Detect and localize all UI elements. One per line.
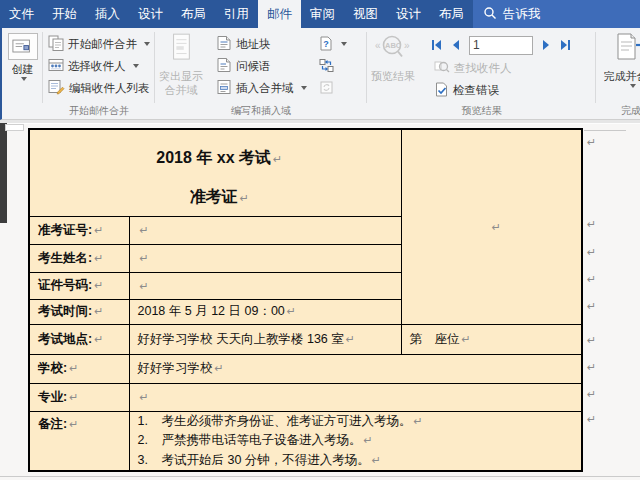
label-cell-id-number[interactable]: 证件号码:↵ [29,272,129,299]
chevron-down-icon [630,84,636,88]
label-cell-school[interactable]: 学校:↵ [29,354,129,383]
paragraph-mark-icon: ↵ [364,434,373,447]
paragraph-mark-icon: ↵ [587,246,596,259]
highlight-merge-fields-label2: 合并域 [165,84,198,98]
tab-file[interactable]: 文件 [0,0,43,28]
tab-layout[interactable]: 布局 [172,0,215,28]
doc-title-line2: 准考证↵ [38,187,401,208]
table-title-cell[interactable]: 2018 年 xx 考试↵ 准考证↵ [29,129,401,216]
label-cell-remarks[interactable]: 备注:↵ [29,411,129,471]
paragraph-mark-icon: ↵ [94,224,103,237]
next-record-icon[interactable] [540,39,552,51]
remarks-cell[interactable]: 1.考生必须带齐身份证、准考证方可进入考场。↵ 2.严禁携带电话等电子设备进入考… [129,411,582,471]
start-mail-merge-button[interactable]: 开始邮件合并 [45,33,153,55]
chevron-down-icon [144,42,150,46]
record-number-input[interactable] [469,36,533,55]
value-cell-candidate-name[interactable]: ↵ [129,244,401,272]
tab-design[interactable]: 设计 [129,0,172,28]
tab-mailings[interactable]: 邮件 [258,0,301,28]
paragraph-mark-icon: ↵ [462,333,471,346]
paragraph-mark-icon: ↵ [587,136,596,149]
page-top-edge [0,120,640,124]
tab-table-layout[interactable]: 布局 [430,0,473,28]
paragraph-mark-icon: ↵ [94,333,103,346]
group-label-preview-results: 预览结果 [367,104,596,118]
preview-results-label: 预览结果 [371,70,415,84]
tab-review[interactable]: 审阅 [301,0,344,28]
tab-home[interactable]: 开始 [43,0,86,28]
value-cell-exam-location[interactable]: 好好学习学校 天天向上教学楼 136 室↵ [129,324,401,354]
rules-icon: ? [319,36,334,53]
select-recipients-button[interactable]: 选择收件人 [45,55,153,77]
address-block-button[interactable]: 地址块 [213,33,310,55]
edit-recipient-list-label: 编辑收件人列表 [69,81,150,96]
match-fields-icon [319,58,334,75]
paragraph-mark-icon: ↵ [140,252,149,265]
paragraph-mark-icon: ↵ [69,391,78,404]
label-cell-major[interactable]: 专业:↵ [29,383,129,411]
paragraph-mark-icon: ↵ [414,415,423,428]
greeting-line-button[interactable]: 问候语 [213,55,310,77]
preview-results-icon: «ABC» [375,33,411,67]
update-labels-button[interactable] [316,77,350,99]
previous-record-icon[interactable] [450,39,462,51]
seat-cell[interactable]: 第 座位↵ [401,324,582,354]
first-record-icon[interactable] [431,39,443,51]
paragraph-mark-icon: ↵ [69,362,78,375]
preview-results-button[interactable]: «ABC» 预览结果 [369,28,417,84]
match-fields-button[interactable] [316,55,350,77]
insert-merge-field-label: 插入合并域 [236,81,294,96]
value-cell-id-number[interactable]: ↵ [129,272,401,299]
value-cell-major[interactable]: ↵ [129,383,582,411]
chevron-down-icon [341,42,347,46]
tell-me-box[interactable]: 告诉我 [473,0,640,28]
window-bottom-edge [0,476,640,477]
address-block-icon [216,35,232,53]
greeting-line-icon [216,57,232,75]
create-button[interactable]: 创建 [4,28,41,81]
paragraph-mark-icon: ↵ [94,305,103,318]
find-recipient-button[interactable]: 查找收件人 [431,57,571,79]
svg-text:ABC: ABC [385,41,402,50]
paragraph-mark-icon: ↵ [587,273,596,286]
check-errors-button[interactable]: 检查错误 [431,79,571,101]
envelope-icon [8,33,38,60]
document-page[interactable]: 2018 年 xx 考试↵ 准考证↵ ↵ 准考证号:↵ ↵ 考生姓名:↵ ↵ 证… [0,120,640,479]
value-cell-exam-time[interactable]: 2018 年 5 月 12 日 09：00↵ [129,299,401,324]
label-cell-exam-location[interactable]: 考试地点:↵ [29,324,129,354]
tab-insert[interactable]: 插入 [86,0,129,28]
label-cell-ticket-number[interactable]: 准考证号:↵ [29,216,129,244]
word-window: { "tab_bar": { "items": ["文件","开始","插入",… [0,0,640,480]
chevron-down-icon [133,64,139,68]
paragraph-mark-icon: ↵ [240,192,249,205]
find-recipient-icon [434,60,450,76]
paragraph-mark-icon: ↵ [140,280,149,293]
paragraph-mark-icon: ↵ [94,279,103,292]
rules-button[interactable]: ? [316,33,350,55]
photo-cell[interactable]: ↵ [401,129,582,324]
label-cell-candidate-name[interactable]: 考生姓名:↵ [29,244,129,272]
paragraph-mark-icon: ↵ [69,418,78,431]
svg-text:«: « [375,40,381,51]
edit-recipient-list-button[interactable]: 编辑收件人列表 [45,77,153,99]
group-write-insert-fields: 突出显示 合并域 地址块 问候语 插入合并域 ? [155,28,367,119]
paragraph-mark-icon: ↵ [492,221,501,234]
edit-recipient-list-icon [48,79,65,97]
finish-merge-button[interactable]: 完成并合并 [598,28,640,88]
paragraph-mark-icon: ↵ [587,300,596,313]
ribbon-tab-bar: 文件 开始 插入 设计 布局 引用 邮件 审阅 视图 设计 布局 告诉我 [0,0,640,28]
insert-merge-field-icon [216,79,232,97]
label-cell-exam-time[interactable]: 考试时间:↵ [29,299,129,324]
last-record-icon[interactable] [559,39,571,51]
remark-line: 2.严禁携带电话等电子设备进入考场。↵ [138,431,582,451]
value-cell-school[interactable]: 好好学习学校↵ [129,354,582,383]
tab-references[interactable]: 引用 [215,0,258,28]
insert-merge-field-button[interactable]: 插入合并域 [213,77,310,99]
chevron-down-icon [301,86,307,90]
tab-view[interactable]: 视图 [344,0,387,28]
highlight-merge-fields-button[interactable]: 突出显示 合并域 [157,28,205,97]
check-errors-label: 检查错误 [453,83,499,98]
value-cell-ticket-number[interactable]: ↵ [129,216,401,244]
tab-table-design[interactable]: 设计 [387,0,430,28]
paragraph-mark-icon: ↵ [346,333,355,346]
